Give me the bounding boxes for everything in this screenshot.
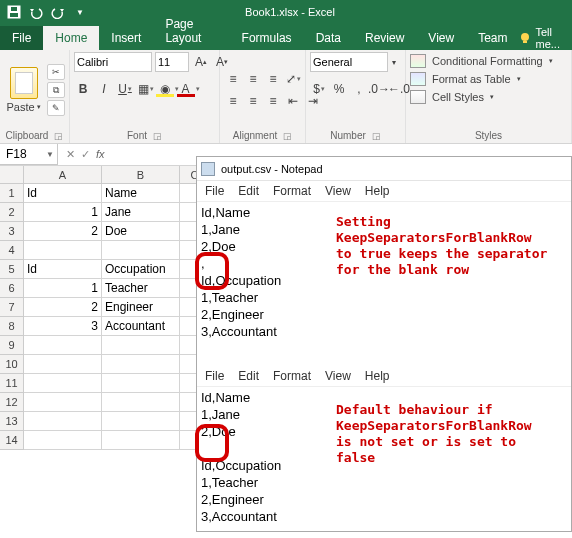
alignment-dialog-icon[interactable]: ◲ bbox=[283, 131, 292, 141]
cell[interactable]: Engineer bbox=[102, 298, 180, 317]
orientation-icon[interactable]: ⤢ bbox=[284, 70, 302, 88]
np-menu-format[interactable]: Format bbox=[273, 184, 311, 198]
currency-button[interactable]: $ bbox=[310, 80, 328, 98]
name-box[interactable]: F18▼ bbox=[0, 144, 58, 165]
bold-button[interactable]: B bbox=[74, 80, 92, 98]
cell[interactable]: 2 bbox=[24, 298, 102, 317]
np-menu-view[interactable]: View bbox=[325, 184, 351, 198]
cell[interactable]: 1 bbox=[24, 203, 102, 222]
row-header[interactable]: 14 bbox=[0, 431, 24, 450]
cell[interactable] bbox=[24, 393, 102, 412]
row-header[interactable]: 9 bbox=[0, 336, 24, 355]
row-header[interactable]: 3 bbox=[0, 222, 24, 241]
cell[interactable] bbox=[102, 374, 180, 393]
number-dialog-icon[interactable]: ◲ bbox=[372, 131, 381, 141]
cell[interactable] bbox=[102, 431, 180, 450]
cell[interactable]: Name bbox=[102, 184, 180, 203]
np-menu-file[interactable]: File bbox=[205, 184, 224, 198]
cell[interactable] bbox=[24, 241, 102, 260]
comma-button[interactable]: , bbox=[350, 80, 368, 98]
align-center-icon[interactable]: ≡ bbox=[244, 92, 262, 110]
cell[interactable]: Accountant bbox=[102, 317, 180, 336]
font-size-combo[interactable] bbox=[155, 52, 189, 72]
np-menu-help[interactable]: Help bbox=[365, 184, 390, 198]
conditional-formatting-button[interactable]: Conditional Formatting▾ bbox=[410, 52, 553, 70]
row-header[interactable]: 10 bbox=[0, 355, 24, 374]
undo-icon[interactable] bbox=[28, 4, 44, 20]
row-header[interactable]: 11 bbox=[0, 374, 24, 393]
cell[interactable]: Jane bbox=[102, 203, 180, 222]
notepad-title-bar[interactable]: output.csv - Notepad bbox=[197, 157, 571, 181]
tab-view[interactable]: View bbox=[416, 26, 466, 50]
cell[interactable] bbox=[24, 412, 102, 431]
cell-styles-button[interactable]: Cell Styles▾ bbox=[410, 88, 494, 106]
tab-formulas[interactable]: Formulas bbox=[230, 26, 304, 50]
row-header[interactable]: 7 bbox=[0, 298, 24, 317]
row-header[interactable]: 1 bbox=[0, 184, 24, 203]
cell[interactable] bbox=[24, 336, 102, 355]
fx-icon[interactable]: fx bbox=[96, 148, 111, 161]
redo-icon[interactable] bbox=[50, 4, 66, 20]
paste-button[interactable]: Paste▾ bbox=[4, 67, 43, 113]
np-menu-edit[interactable]: Edit bbox=[238, 184, 259, 198]
select-all-corner[interactable] bbox=[0, 166, 24, 183]
tab-team[interactable]: Team bbox=[466, 26, 519, 50]
cell[interactable] bbox=[102, 336, 180, 355]
np2-menu-view[interactable]: View bbox=[325, 369, 351, 383]
tab-file[interactable]: File bbox=[0, 26, 43, 50]
align-right-icon[interactable]: ≡ bbox=[264, 92, 282, 110]
enter-formula-icon[interactable]: ✓ bbox=[81, 148, 90, 161]
row-header[interactable]: 12 bbox=[0, 393, 24, 412]
cell[interactable] bbox=[102, 241, 180, 260]
np2-menu-format[interactable]: Format bbox=[273, 369, 311, 383]
np2-menu-edit[interactable]: Edit bbox=[238, 369, 259, 383]
cell[interactable]: 2 bbox=[24, 222, 102, 241]
tab-review[interactable]: Review bbox=[353, 26, 416, 50]
tell-me[interactable]: Tell me... bbox=[519, 26, 572, 50]
cell[interactable] bbox=[24, 431, 102, 450]
cell[interactable]: 1 bbox=[24, 279, 102, 298]
border-button[interactable]: ▦ bbox=[137, 80, 155, 98]
format-painter-button[interactable]: ✎ bbox=[47, 100, 65, 116]
decrease-indent-icon[interactable]: ⇤ bbox=[284, 92, 302, 110]
col-header-b[interactable]: B bbox=[102, 166, 180, 183]
format-as-table-button[interactable]: Format as Table▾ bbox=[410, 70, 521, 88]
name-box-dropdown-icon[interactable]: ▼ bbox=[46, 150, 57, 159]
cell[interactable] bbox=[102, 355, 180, 374]
tab-home[interactable]: Home bbox=[43, 26, 99, 50]
cell[interactable] bbox=[24, 374, 102, 393]
qat-dropdown-icon[interactable]: ▼ bbox=[72, 4, 88, 20]
align-top-icon[interactable]: ≡ bbox=[224, 70, 242, 88]
np2-menu-file[interactable]: File bbox=[205, 369, 224, 383]
align-bottom-icon[interactable]: ≡ bbox=[264, 70, 282, 88]
cell[interactable] bbox=[102, 393, 180, 412]
font-color-button[interactable]: A bbox=[179, 80, 197, 98]
cut-button[interactable]: ✂ bbox=[47, 64, 65, 80]
clipboard-dialog-icon[interactable]: ◲ bbox=[54, 131, 63, 141]
col-header-a[interactable]: A bbox=[24, 166, 102, 183]
cell[interactable]: Id bbox=[24, 184, 102, 203]
align-left-icon[interactable]: ≡ bbox=[224, 92, 242, 110]
tab-page-layout[interactable]: Page Layout bbox=[153, 12, 229, 50]
copy-button[interactable]: ⧉ bbox=[47, 82, 65, 98]
cell[interactable]: 3 bbox=[24, 317, 102, 336]
row-header[interactable]: 5 bbox=[0, 260, 24, 279]
row-header[interactable]: 2 bbox=[0, 203, 24, 222]
cell[interactable]: Occupation bbox=[102, 260, 180, 279]
tab-insert[interactable]: Insert bbox=[99, 26, 153, 50]
increase-decimal-icon[interactable]: .0→ bbox=[370, 80, 388, 98]
align-middle-icon[interactable]: ≡ bbox=[244, 70, 262, 88]
cell[interactable]: Id bbox=[24, 260, 102, 279]
fill-color-button[interactable]: ◉ bbox=[158, 80, 176, 98]
cell[interactable] bbox=[24, 355, 102, 374]
cell[interactable]: Doe bbox=[102, 222, 180, 241]
percent-button[interactable]: % bbox=[330, 80, 348, 98]
increase-font-icon[interactable]: A▴ bbox=[192, 53, 210, 71]
number-format-combo[interactable] bbox=[310, 52, 388, 72]
row-header[interactable]: 13 bbox=[0, 412, 24, 431]
cell[interactable] bbox=[102, 412, 180, 431]
np2-menu-help[interactable]: Help bbox=[365, 369, 390, 383]
tab-data[interactable]: Data bbox=[304, 26, 353, 50]
row-header[interactable]: 8 bbox=[0, 317, 24, 336]
font-dialog-icon[interactable]: ◲ bbox=[153, 131, 162, 141]
